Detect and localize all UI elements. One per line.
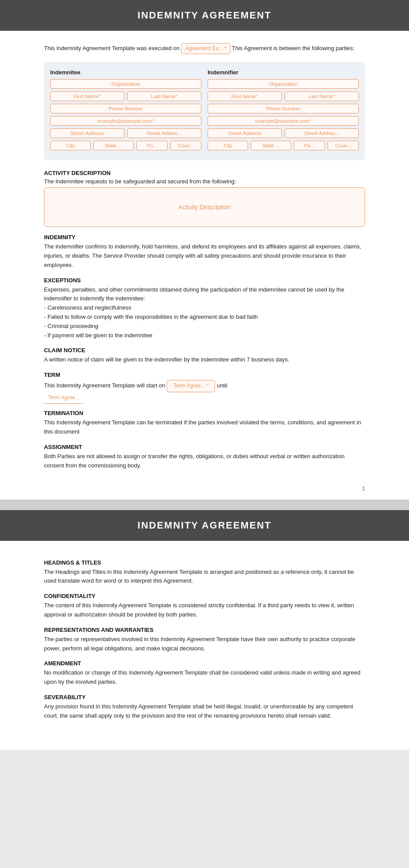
indemnitee-email-field[interactable]: example@example.com* — [50, 116, 201, 126]
intro-text-before: This Indemnity Agreement Template was ex… — [44, 45, 181, 51]
exceptions-title: EXCEPTIONS — [44, 277, 365, 284]
headings-title: HEADINGS & TITLES — [44, 559, 365, 566]
indemnifier-firstname-field[interactable]: First Name* — [208, 91, 282, 101]
indemnitee-street2-field[interactable]: Street Addres... — [127, 128, 201, 138]
indemnitee-title: Indemnitee — [50, 69, 201, 76]
indemnifier-lastname-field[interactable]: Last Name* — [285, 91, 359, 101]
indemnitee-postal-field[interactable]: Po... — [136, 141, 168, 150]
indemnifier-phone-row: Phone Number — [208, 104, 359, 113]
indemnity-body: The Indemnifier confirms to indemnify, h… — [44, 242, 365, 270]
page-divider — [0, 500, 409, 510]
indemnifier-phone-field[interactable]: Phone Number — [208, 104, 359, 113]
severability-title: SEVERABILITY — [44, 694, 365, 700]
amendment-title: AMENDMENT — [44, 660, 365, 667]
page-number: 1 — [362, 485, 365, 492]
page1-content: This Indemnity Agreement Template was ex… — [0, 31, 409, 500]
activity-title: ACTIVITY DESCRIPTION — [44, 170, 365, 176]
term-text-middle: until — [217, 382, 227, 389]
indemnitee-country-field[interactable]: Coun... — [170, 141, 201, 150]
intro-paragraph: This Indemnity Agreement Template was ex… — [44, 43, 365, 54]
page1-header: INDEMNITY AGREEMENT — [0, 0, 409, 31]
term-row: This Indemnity Agreement Template will s… — [44, 380, 365, 404]
agreement-required-star: * — [224, 46, 226, 51]
representations-title: REPRESENTATIONS AND WARRANTIES — [44, 627, 365, 633]
indemnitee-col: Indemnitee Organization First Name* Last… — [50, 69, 201, 153]
page-1: INDEMNITY AGREEMENT This Indemnity Agree… — [0, 0, 409, 500]
page2-content: HEADINGS & TITLES The Headings and Title… — [0, 541, 409, 750]
indemnitee-name-row: First Name* Last Name* — [50, 91, 201, 101]
indemnifier-country-field[interactable]: Coun... — [328, 141, 359, 150]
indemnifier-city-row: City State ... Po... Coun... — [208, 141, 359, 150]
indemnifier-name-row: First Name* Last Name* — [208, 91, 359, 101]
amendment-body: No modification or change of this Indemn… — [44, 668, 365, 687]
indemnitee-phone-field[interactable]: Phone Number — [50, 104, 201, 113]
severability-body: Any provision found in this Indemnity Ag… — [44, 702, 365, 721]
list-item: Carelessness and neglectfulness — [44, 303, 365, 313]
indemnifier-email-field[interactable]: example@example.com* — [208, 116, 359, 126]
indemnitee-address-row: Street Address Street Addres... — [50, 128, 201, 138]
indemnifier-email-row: example@example.com* — [208, 116, 359, 126]
term-title: TERM — [44, 372, 365, 378]
list-item: If payment will be given to the indemnit… — [44, 331, 365, 340]
indemnitee-city-field[interactable]: City — [50, 141, 91, 150]
indemnitee-firstname-field[interactable]: First Name* — [50, 91, 124, 101]
indemnitee-email-row: example@example.com* — [50, 116, 201, 126]
termination-body: This Indemnity Agreement Template can be… — [44, 418, 365, 437]
exceptions-body: Expenses, penalties, and other commitmen… — [44, 285, 365, 340]
indemnifier-org-row: Organization — [208, 79, 359, 89]
page-2: INDEMNITY AGREEMENT HEADINGS & TITLES Th… — [0, 510, 409, 750]
indemnitee-state-field[interactable]: State ... — [93, 141, 134, 150]
claim-notice-body: A written notice of claim will be given … — [44, 355, 365, 365]
confidentiality-title: CONFIDENTIALITY — [44, 593, 365, 599]
indemnitee-org-field[interactable]: Organization — [50, 79, 201, 89]
indemnitee-phone-row: Phone Number — [50, 104, 201, 113]
indemnifier-city-field[interactable]: City — [208, 141, 248, 150]
activity-description-field[interactable]: Activity Description — [44, 187, 365, 227]
intro-text-after: This Agreement is between the following … — [232, 45, 354, 51]
indemnifier-postal-field[interactable]: Po... — [294, 141, 325, 150]
indemnifier-col: Indemnifier Organization First Name* Las… — [208, 69, 359, 153]
exceptions-list: Carelessness and neglectfulness Failed t… — [44, 303, 365, 340]
representations-body: The parties or representatives involved … — [44, 635, 365, 653]
indemnifier-state-field[interactable]: State ... — [251, 141, 291, 150]
indemnifier-street1-field[interactable]: Street Address — [208, 128, 282, 138]
term-text-before: This Indemnity Agreement Template will s… — [44, 382, 167, 389]
indemnitee-city-row: City State ... Po... Coun... — [50, 141, 201, 150]
assignment-body: Both Parties are not allowed to assign o… — [44, 452, 365, 470]
termination-title: TERMINATION — [44, 410, 365, 416]
list-item: Criminal proceeding — [44, 322, 365, 331]
list-item: Failed to follow or comply with the resp… — [44, 313, 365, 322]
page2-header: INDEMNITY AGREEMENT — [0, 510, 409, 541]
agreement-ex-field[interactable]: Agreement Ex... * — [181, 43, 230, 54]
term-start-field[interactable]: Term Agree... * — [167, 380, 215, 392]
indemnifier-street2-field[interactable]: Street Addres... — [285, 128, 359, 138]
claim-notice-title: CLAIM NOTICE — [44, 347, 365, 354]
indemnifier-title: Indemnifier — [208, 69, 359, 76]
exceptions-intro: Expenses, penalties, and other commitmen… — [44, 286, 344, 302]
indemnity-title: INDEMNITY — [44, 234, 365, 241]
term-end-field[interactable]: Term Agree... — [44, 392, 84, 404]
headings-body: The Headings and Titles in this Indemnit… — [44, 568, 365, 586]
indemnifier-address-row: Street Address Street Addres... — [208, 128, 359, 138]
indemnitee-street1-field[interactable]: Street Address — [50, 128, 124, 138]
confidentiality-body: The content of this Indemnity Agreement … — [44, 601, 365, 620]
activity-placeholder: Activity Description — [179, 204, 230, 211]
activity-subtitle: The Indemnitee requests to be safeguarde… — [44, 178, 365, 185]
assignment-title: ASSIGNMENT — [44, 444, 365, 450]
indemnitee-org-row: Organization — [50, 79, 201, 89]
parties-table: Indemnitee Organization First Name* Last… — [44, 62, 365, 160]
indemnifier-org-field[interactable]: Organization — [208, 79, 359, 89]
indemnitee-lastname-field[interactable]: Last Name* — [127, 91, 201, 101]
